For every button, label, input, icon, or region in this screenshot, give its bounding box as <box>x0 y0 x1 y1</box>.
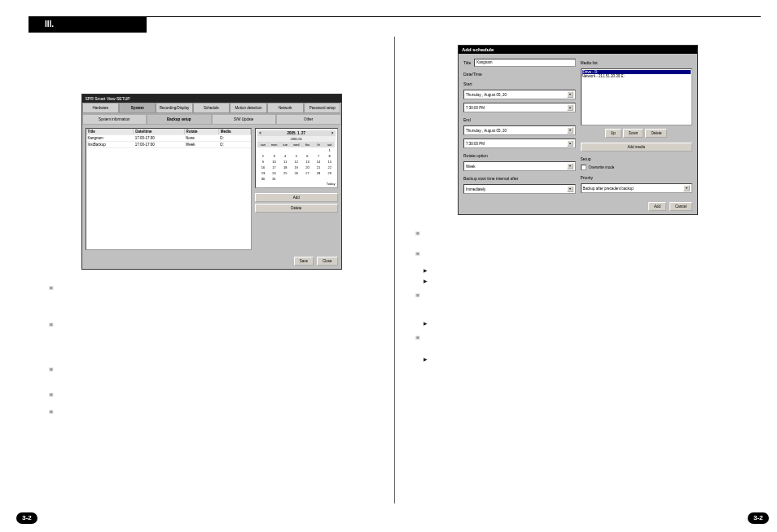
save-button[interactable]: Save <box>294 257 314 266</box>
cal-day-cell[interactable]: 22 <box>324 165 336 170</box>
table-row[interactable]: Kangnam 17:00-17:00 None D: <box>86 135 251 142</box>
cal-day-header: sun <box>257 142 269 147</box>
end-time-picker[interactable]: 7:30:00 PM▴ <box>463 138 576 148</box>
title-input[interactable]: Kangnam <box>474 59 575 67</box>
list-item[interactable]: Network - 211.51.20.30 E: <box>582 74 691 78</box>
delete-button[interactable]: Delete <box>255 204 337 213</box>
media-delete-button[interactable]: Delete <box>645 129 667 138</box>
cal-day-cell[interactable]: 19 <box>291 165 302 170</box>
cal-day-cell[interactable]: 1 <box>324 147 336 153</box>
cal-next-icon[interactable]: > <box>331 131 334 135</box>
start-date-picker[interactable]: Thursday , August 05, 20▾ <box>463 90 576 99</box>
cal-date: 2005. 1. 27 <box>288 131 306 135</box>
start-label: Start <box>463 81 576 86</box>
rotate-label: Rotate option <box>463 153 576 158</box>
cal-day-cell[interactable]: 4 <box>279 153 291 159</box>
dialog-cancel-button[interactable]: Cancel <box>669 202 692 211</box>
cal-day-cell[interactable]: 9 <box>257 159 269 165</box>
cal-day-cell <box>291 147 302 153</box>
tab-network[interactable]: Network <box>267 103 304 113</box>
tab-recording[interactable]: Recording/Display <box>156 103 192 113</box>
cal-day-header: tue <box>279 142 291 147</box>
cal-month: 2005.01 <box>257 136 335 142</box>
setup-label: Setup <box>581 156 693 161</box>
table-row[interactable]: InstBackup 17:00-17:00 Week D: <box>86 142 251 148</box>
backup-table[interactable]: Title Date/time Rotate Media Kangnam 17:… <box>86 128 252 250</box>
add-media-button[interactable]: Add media <box>581 143 693 152</box>
th-media: Media <box>218 129 250 135</box>
cal-day-cell[interactable]: 31 <box>269 176 280 182</box>
cal-day-cell[interactable]: 12 <box>291 159 302 165</box>
end-date-picker[interactable]: Thursday , August 05, 20▾ <box>463 125 576 135</box>
tab-system[interactable]: System <box>119 103 156 113</box>
down-button[interactable]: Down <box>623 129 644 138</box>
chevron-down-icon[interactable]: ▾ <box>567 186 573 192</box>
tab-motion[interactable]: Motion detection <box>230 103 266 113</box>
cal-today[interactable]: Today <box>257 182 335 186</box>
right-bullets: ▣ ▣ ▶ ▶ ▣ ▶ ▣ ▶ <box>415 230 740 362</box>
cal-day-cell[interactable]: 28 <box>313 170 324 176</box>
cal-day-cell[interactable]: 26 <box>291 170 302 176</box>
subtab-other[interactable]: Other <box>276 114 341 125</box>
media-list[interactable]: Drive - D: Network - 211.51.20.30 E: <box>581 68 693 125</box>
subtab-sysinfo[interactable]: System information <box>82 114 147 125</box>
cal-day-cell <box>302 147 314 153</box>
spinner-icon[interactable]: ▴ <box>567 104 573 111</box>
cal-day-cell[interactable]: 3 <box>269 153 280 159</box>
cal-day-cell[interactable]: 11 <box>279 159 291 165</box>
chevron-down-icon[interactable]: ▾ <box>567 163 573 169</box>
cal-day-cell[interactable]: 29 <box>324 170 336 176</box>
main-tabs: Hardware System Recording/Display Schedu… <box>82 103 341 113</box>
subtab-backup[interactable]: Backup setup <box>147 114 212 125</box>
chevron-down-icon[interactable]: ▾ <box>567 127 573 134</box>
up-button[interactable]: Up <box>605 129 621 138</box>
priority-select[interactable]: Backup after precedent backup▾ <box>581 183 693 193</box>
subtab-swupdate[interactable]: S/W Update <box>212 114 277 125</box>
cal-day-cell[interactable]: 6 <box>302 153 314 159</box>
cal-day-cell[interactable]: 23 <box>257 170 269 176</box>
cal-day-cell[interactable]: 7 <box>313 153 324 159</box>
right-column: Add schedule Title Kangnam Date/Time Sta… <box>395 37 761 503</box>
th-datetime: Date/time <box>134 129 184 135</box>
spinner-icon[interactable]: ▴ <box>567 140 573 147</box>
cal-day-cell[interactable]: 14 <box>313 159 324 165</box>
calendar[interactable]: < 2005. 1. 27 > 2005.01 sunmontuewedthuf… <box>255 128 337 188</box>
cal-day-cell[interactable]: 20 <box>302 165 314 170</box>
cal-day-cell[interactable]: 17 <box>269 165 280 170</box>
chevron-down-icon[interactable]: ▾ <box>567 91 573 98</box>
cal-day-cell <box>291 176 302 182</box>
cal-day-cell[interactable]: 2 <box>257 153 269 159</box>
cal-day-cell[interactable]: 10 <box>269 159 280 165</box>
cal-day-cell <box>279 147 291 153</box>
cal-day-cell[interactable]: 18 <box>279 165 291 170</box>
cal-day-cell[interactable]: 24 <box>269 170 280 176</box>
backup-interval-label: Backup start time interval after <box>463 176 576 181</box>
tab-password[interactable]: Password setup <box>304 103 340 113</box>
th-title: Title <box>86 129 134 135</box>
cal-day-cell[interactable]: 25 <box>279 170 291 176</box>
cal-day-cell <box>279 176 291 182</box>
backup-interval-select[interactable]: Immediately▾ <box>463 184 576 194</box>
priority-label: Priority <box>581 175 693 180</box>
cal-day-cell[interactable]: 30 <box>257 176 269 182</box>
cal-day-cell[interactable]: 13 <box>302 159 314 165</box>
title-label: Title <box>463 60 471 65</box>
cal-day-cell[interactable]: 8 <box>324 153 336 159</box>
cal-prev-icon[interactable]: < <box>259 131 261 135</box>
cal-day-cell[interactable]: 15 <box>324 159 336 165</box>
tab-hardware[interactable]: Hardware <box>82 103 119 113</box>
cal-day-cell[interactable]: 21 <box>313 165 324 170</box>
cal-day-cell[interactable]: 5 <box>291 153 302 159</box>
start-time-picker[interactable]: 7:30:00 PM▴ <box>463 103 576 112</box>
add-button[interactable]: Add <box>255 193 337 202</box>
cal-day-cell[interactable]: 16 <box>257 165 269 170</box>
dialog-add-button[interactable]: Add <box>648 202 666 211</box>
tab-schedule[interactable]: Schedule <box>193 103 230 113</box>
close-button[interactable]: Close <box>317 257 338 266</box>
chevron-down-icon[interactable]: ▾ <box>683 185 690 191</box>
page-number-right: 3-2 <box>748 512 769 524</box>
cal-day-cell[interactable]: 27 <box>302 170 314 176</box>
rotate-select[interactable]: Week▾ <box>463 161 576 171</box>
overwrite-checkbox[interactable] <box>581 165 586 170</box>
cal-day-cell <box>313 176 324 182</box>
